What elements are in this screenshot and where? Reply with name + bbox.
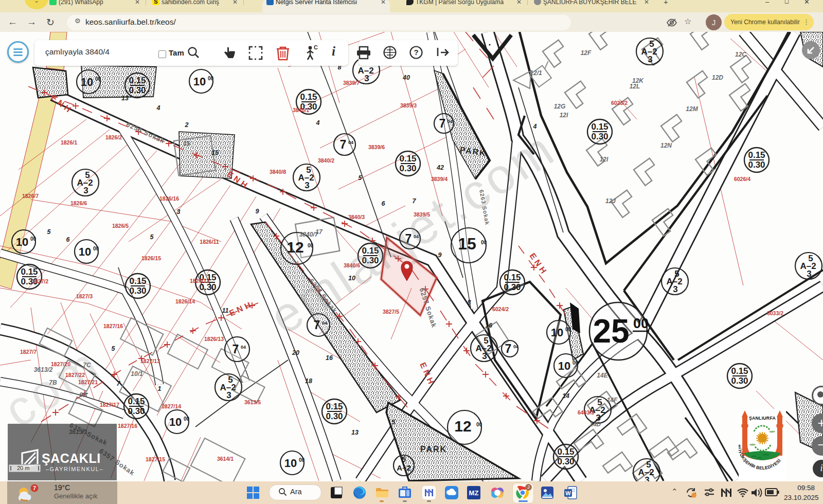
svg-text:0.15: 0.15	[748, 150, 765, 160]
svg-text:1826/5: 1826/5	[112, 223, 129, 229]
svg-text:04: 04	[513, 344, 518, 349]
svg-text:7: 7	[505, 342, 512, 355]
svg-text:12L: 12L	[630, 83, 640, 90]
svg-text:14D: 14D	[589, 421, 601, 428]
svg-text:14F: 14F	[607, 397, 618, 404]
svg-text:PARK: PARK	[420, 445, 447, 454]
svg-text:1826/11: 1826/11	[200, 239, 219, 245]
svg-text:0.30: 0.30	[128, 406, 145, 416]
svg-text:00: 00	[184, 416, 190, 422]
svg-text:6023/2: 6023/2	[611, 100, 628, 106]
svg-text:42: 42	[436, 164, 444, 171]
svg-text:12: 12	[287, 239, 303, 256]
svg-text:12C: 12C	[735, 51, 746, 58]
svg-text:0.30: 0.30	[591, 132, 608, 141]
svg-text:00: 00	[30, 236, 37, 242]
svg-text:12G: 12G	[554, 103, 566, 110]
svg-text:1827/16: 1827/16	[118, 423, 137, 429]
svg-text:13: 13	[351, 429, 359, 436]
svg-text:25: 25	[593, 313, 629, 350]
svg-text:3840/3: 3840/3	[348, 214, 365, 220]
svg-text:MZ: MZ	[469, 489, 479, 497]
svg-text:00: 00	[481, 240, 487, 245]
svg-text:12M: 12M	[686, 105, 698, 113]
svg-text:1827/16: 1827/16	[103, 323, 123, 329]
svg-text:1826/7: 1826/7	[22, 193, 39, 199]
svg-text:15: 15	[458, 235, 476, 253]
svg-text:15: 15	[183, 140, 190, 147]
svg-text:1827/13: 1827/13	[140, 358, 160, 364]
svg-text:5: 5	[392, 419, 396, 426]
svg-text:16: 16	[326, 354, 333, 362]
svg-text:0.30: 0.30	[129, 85, 146, 95]
svg-text:00: 00	[633, 316, 649, 331]
svg-text:6403/3: 6403/3	[578, 409, 594, 416]
svg-text:0.15: 0.15	[21, 267, 38, 277]
svg-text:1826/14: 1826/14	[175, 298, 195, 304]
svg-text:?: ?	[414, 48, 418, 57]
svg-text:9: 9	[256, 208, 259, 215]
svg-text:4: 4	[156, 104, 160, 112]
svg-text:3840/8: 3840/8	[270, 169, 286, 175]
svg-text:10: 10	[81, 76, 93, 88]
svg-text:W: W	[565, 490, 571, 496]
svg-text:15: 15	[211, 149, 219, 156]
svg-text:8: 8	[468, 299, 471, 306]
svg-text:0.15: 0.15	[591, 122, 608, 132]
svg-text:1: 1	[158, 385, 162, 392]
svg-text:12/1: 12/1	[530, 69, 542, 77]
svg-text:6026/4: 6026/4	[734, 176, 750, 182]
svg-text:0.30: 0.30	[557, 457, 574, 466]
svg-text:10: 10	[284, 457, 297, 470]
svg-text:00: 00	[476, 422, 482, 427]
svg-text:0.15: 0.15	[504, 273, 521, 282]
svg-text:00: 00	[299, 457, 305, 463]
svg-text:4: 4	[316, 119, 320, 127]
svg-text:10/1: 10/1	[131, 370, 143, 377]
svg-text:0.30: 0.30	[129, 286, 146, 296]
svg-text:11: 11	[222, 307, 229, 314]
svg-text:12N: 12N	[660, 142, 672, 149]
svg-text:2: 2	[185, 121, 189, 129]
svg-text:20: 20	[292, 349, 299, 356]
svg-text:0.15: 0.15	[300, 92, 317, 102]
svg-text:3839/6: 3839/6	[368, 144, 385, 150]
svg-text:04: 04	[348, 140, 353, 145]
svg-text:18: 18	[305, 377, 312, 385]
svg-text:10: 10	[193, 75, 206, 88]
svg-text:1826/16: 1826/16	[159, 195, 179, 202]
svg-text:16: 16	[485, 322, 493, 329]
svg-text:04: 04	[448, 119, 453, 124]
svg-text:04: 04	[241, 345, 246, 350]
svg-text:3827/5: 3827/5	[383, 309, 399, 315]
svg-text:0.30: 0.30	[399, 164, 416, 173]
svg-text:C: C	[314, 45, 318, 50]
svg-text:0.15: 0.15	[731, 366, 748, 376]
svg-text:1826/1: 1826/1	[61, 139, 77, 146]
svg-text:0.15: 0.15	[326, 402, 343, 411]
svg-text:12I: 12I	[560, 112, 568, 119]
svg-text:0.30: 0.30	[731, 376, 748, 386]
svg-text:7: 7	[232, 343, 239, 356]
svg-text:10: 10	[558, 359, 570, 372]
svg-text:5: 5	[47, 228, 51, 236]
svg-text:00: 00	[95, 76, 101, 82]
svg-text:0.30: 0.30	[748, 160, 765, 170]
svg-text:40: 40	[402, 74, 410, 81]
svg-text:1826/15: 1826/15	[141, 255, 161, 261]
svg-text:1827/2: 1827/2	[32, 278, 48, 284]
svg-text:1827/3: 1827/3	[76, 293, 93, 299]
svg-text:3840/2: 3840/2	[318, 157, 334, 164]
svg-text:13: 13	[121, 95, 129, 102]
svg-text:14: 14	[562, 392, 569, 400]
svg-text:3: 3	[648, 55, 652, 64]
svg-text:7: 7	[439, 117, 446, 130]
svg-text:0.15: 0.15	[129, 76, 146, 85]
svg-text:7: 7	[33, 485, 36, 491]
svg-text:3: 3	[807, 269, 811, 279]
svg-text:1826/2: 1826/2	[105, 134, 122, 140]
svg-text:12F: 12F	[581, 49, 592, 57]
svg-text:1826/13: 1826/13	[204, 336, 224, 342]
svg-text:0.15: 0.15	[399, 154, 416, 164]
svg-text:5: 5	[359, 174, 363, 182]
